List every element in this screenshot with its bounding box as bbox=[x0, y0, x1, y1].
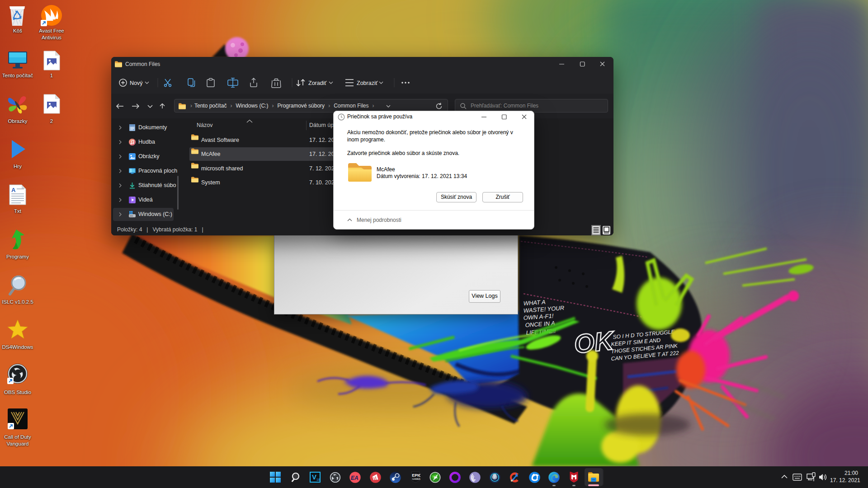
svg-text:18: 18 bbox=[316, 478, 320, 481]
svg-text:Zobraziť: Zobraziť bbox=[357, 80, 378, 86]
svg-text:A: A bbox=[11, 187, 16, 193]
svg-text:Nový: Nový bbox=[130, 80, 143, 86]
svg-text:Zoradiť: Zoradiť bbox=[308, 80, 326, 86]
svg-text:EA: EA bbox=[351, 475, 359, 481]
svg-text:EPIC: EPIC bbox=[412, 473, 420, 478]
svg-text:GAMES: GAMES bbox=[412, 478, 420, 480]
svg-text:V: V bbox=[312, 473, 316, 481]
